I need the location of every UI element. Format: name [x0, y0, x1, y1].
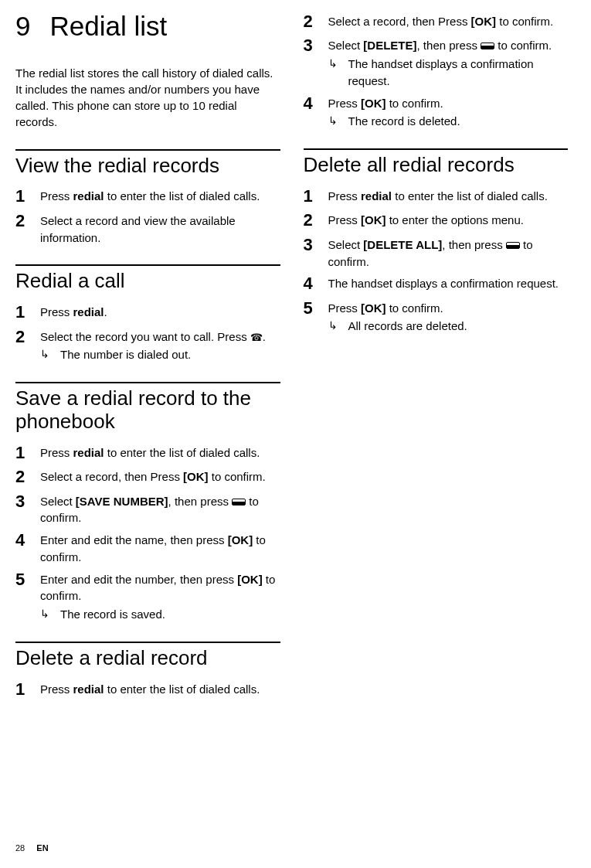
result-item: The record is deleted.	[328, 113, 569, 130]
step-number: 1	[15, 302, 40, 322]
step-number: 3	[304, 235, 328, 271]
step-item: 1 Press redial to enter the list of dial…	[15, 443, 280, 463]
chapter-title: 9Redial list	[15, 12, 280, 42]
step-item: 4 The handset displays a confirmation re…	[304, 274, 569, 294]
step-number: 2	[304, 12, 328, 32]
step-item: 1 Press redial to enter the list of dial…	[15, 186, 280, 206]
step-item: 2 Select a record, then Press [OK] to co…	[15, 467, 280, 487]
step-text: Press [OK] to confirm. All records are d…	[328, 298, 569, 335]
step-text: Press [OK] to confirm. The record is del…	[328, 94, 569, 131]
step-text: Press redial to enter the list of dialed…	[40, 679, 280, 700]
intro-text: The redial list stores the call history …	[15, 65, 280, 130]
step-number: 4	[304, 94, 328, 131]
arrow-icon	[328, 113, 348, 130]
right-column: 2 Select a record, then Press [OK] to co…	[304, 12, 569, 718]
step-number: 3	[15, 492, 40, 527]
step-item: 2 Select the record you want to call. Pr…	[15, 327, 280, 364]
softkey-icon	[232, 499, 246, 505]
step-number: 4	[15, 530, 40, 566]
section-title-save: Save a redial record to the phonebook	[15, 387, 280, 434]
result-item: The number is dialed out.	[40, 346, 280, 363]
step-item: 2 Select a record, then Press [OK] to co…	[304, 12, 569, 32]
arrow-icon	[40, 606, 60, 623]
step-number: 5	[304, 298, 328, 335]
step-number: 1	[304, 186, 328, 206]
step-number: 1	[15, 443, 40, 463]
steps-view: 1 Press redial to enter the list of dial…	[15, 186, 280, 246]
section-title-delete: Delete a redial record	[15, 647, 280, 670]
steps-redial: 1 Press redial. 2 Select the record you …	[15, 302, 280, 363]
chapter-number: 9	[15, 12, 30, 42]
section-title-redial: Redial a call	[15, 270, 280, 293]
step-item: 3 Select [SAVE NUMBER], then press to co…	[15, 492, 280, 527]
steps-save: 1 Press redial to enter the list of dial…	[15, 443, 280, 623]
step-number: 1	[15, 186, 40, 206]
softkey-icon	[481, 43, 494, 49]
language-label: EN	[36, 843, 48, 853]
step-text: Enter and edit the number, then press [O…	[40, 570, 280, 623]
arrow-icon	[328, 318, 348, 335]
step-item: 1 Press redial to enter the list of dial…	[304, 186, 569, 206]
section-title-deleteall: Delete all redial records	[304, 154, 569, 177]
steps-deleteall: 1 Press redial to enter the list of dial…	[304, 186, 569, 335]
step-item: 3 Select [DELETE ALL], then press to con…	[304, 235, 569, 271]
step-item: 5 Enter and edit the number, then press …	[15, 570, 280, 623]
step-item: 4 Press [OK] to confirm. The record is d…	[304, 94, 569, 131]
step-item: 4 Enter and edit the name, then press [O…	[15, 530, 280, 566]
step-number: 2	[304, 210, 328, 230]
softkey-icon	[506, 242, 520, 249]
step-text: The handset displays a confirmation requ…	[328, 274, 569, 294]
step-item: 2 Press [OK] to enter the options menu.	[304, 210, 569, 230]
left-column: 9Redial list The redial list stores the …	[15, 12, 280, 718]
step-number: 2	[15, 211, 40, 247]
step-text: Select the record you want to call. Pres…	[40, 327, 280, 364]
section-divider	[15, 382, 280, 383]
section-divider	[15, 642, 280, 643]
result-item: The handset displays a confirmation requ…	[328, 56, 569, 90]
step-text: Press redial to enter the list of dialed…	[40, 443, 280, 463]
result-item: All records are deleted.	[328, 318, 569, 335]
call-icon: ☎	[250, 331, 263, 345]
steps-delete-continued: 2 Select a record, then Press [OK] to co…	[304, 12, 569, 130]
step-text: Press [OK] to enter the options menu.	[328, 210, 569, 230]
section-divider	[15, 264, 280, 266]
step-text: Press redial to enter the list of dialed…	[328, 186, 569, 206]
step-text: Select [DELETE ALL], then press to confi…	[328, 235, 569, 271]
step-text: Press redial.	[40, 302, 280, 322]
chapter-text: Redial list	[49, 11, 167, 41]
step-item: 3 Select [DELETE], then press to confirm…	[304, 36, 569, 89]
step-text: Select [SAVE NUMBER], then press to conf…	[40, 492, 280, 527]
result-item: The record is saved.	[40, 606, 280, 623]
step-text: Select a record, then Press [OK] to conf…	[328, 12, 569, 32]
arrow-icon	[328, 56, 348, 90]
step-number: 3	[304, 36, 328, 89]
step-number: 4	[304, 274, 328, 294]
step-number: 1	[15, 679, 40, 700]
step-number: 2	[15, 467, 40, 487]
step-item: 2 Select a record and view the available…	[15, 211, 280, 247]
page-content: 9Redial list The redial list stores the …	[0, 0, 591, 734]
page-number: 28	[15, 843, 25, 853]
step-number: 5	[15, 570, 40, 623]
section-divider	[15, 149, 280, 151]
step-text: Press redial to enter the list of dialed…	[40, 186, 280, 206]
step-text: Select [DELETE], then press to confirm. …	[328, 36, 569, 89]
step-number: 2	[15, 327, 40, 364]
arrow-icon	[40, 346, 60, 363]
section-title-view: View the redial records	[15, 155, 280, 178]
step-item: 5 Press [OK] to confirm. All records are…	[304, 298, 569, 335]
steps-delete: 1 Press redial to enter the list of dial…	[15, 679, 280, 700]
page-footer: 28 EN	[15, 843, 49, 853]
step-text: Select a record and view the available i…	[40, 211, 280, 247]
step-text: Enter and edit the name, then press [OK]…	[40, 530, 280, 566]
step-item: 1 Press redial to enter the list of dial…	[15, 679, 280, 700]
section-divider	[304, 148, 569, 150]
step-text: Select a record, then Press [OK] to conf…	[40, 467, 280, 487]
step-item: 1 Press redial.	[15, 302, 280, 322]
